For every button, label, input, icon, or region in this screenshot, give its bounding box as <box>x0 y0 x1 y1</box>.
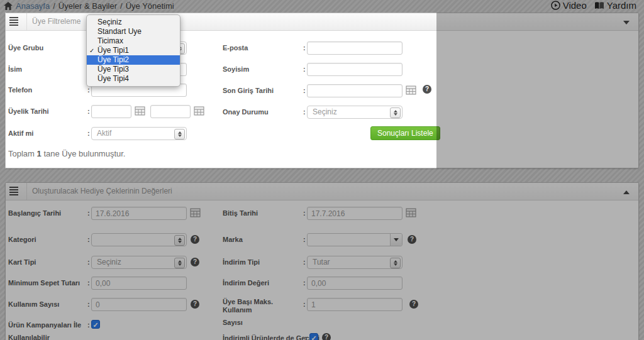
help-icon[interactable]: ? <box>191 300 199 309</box>
colon: : <box>303 209 306 217</box>
collapse-panel-icon[interactable] <box>623 190 630 194</box>
list-results-button[interactable]: Sonuçları Listele <box>370 126 440 140</box>
last-login-date-input[interactable] <box>307 84 402 97</box>
discounted-products-checkbox[interactable]: ✓ <box>309 333 318 340</box>
gift-voucher-panel: Oluşturulacak Hediye Çeklerinin Değerler… <box>5 182 639 340</box>
collapse-panel-icon[interactable] <box>623 21 630 25</box>
field-label: Bitiş Tarihi <box>223 209 258 217</box>
calendar-icon[interactable] <box>194 106 204 116</box>
last-name-input[interactable] <box>307 63 402 76</box>
dropdown-option[interactable]: Seçiniz <box>87 18 180 27</box>
discount-type-select[interactable]: Tutar <box>307 256 402 269</box>
help-icon[interactable]: ? <box>191 235 199 244</box>
book-icon <box>594 1 604 10</box>
summary-suffix: tane Üye bulunmuştur. <box>43 149 125 158</box>
select-value: Aktif <box>97 129 111 138</box>
field-label: Marka <box>223 236 243 244</box>
colon: : <box>303 108 306 116</box>
member-group-dropdown: Seçiniz Standart Uye Ticimax ✓ Üye Tipi1… <box>86 14 180 87</box>
colon: : <box>87 258 90 266</box>
colon: : <box>303 236 306 243</box>
colon: : <box>87 107 90 115</box>
dropdown-option-highlighted[interactable]: Üye Tipi2 <box>87 55 180 65</box>
home-icon[interactable] <box>4 2 13 10</box>
dropdown-option-checked[interactable]: ✓ Üye Tipi1 <box>87 46 180 55</box>
colon: : <box>304 334 307 340</box>
help-icon[interactable]: ? <box>408 235 416 244</box>
active-select[interactable]: Aktif <box>91 127 187 140</box>
result-summary: Toplam 1 tane Üye bulunmuştur. <box>8 149 125 158</box>
colon: : <box>87 209 90 217</box>
help-button[interactable]: Yardım <box>594 0 636 11</box>
panel-menu-button[interactable] <box>6 183 27 200</box>
category-select[interactable] <box>91 233 187 246</box>
field-label: Kullanım Sayısı <box>8 300 59 309</box>
field-label: Minimum Sepet Tutarı <box>8 279 80 287</box>
breadcrumb: Anasayfa / Üyeler & Bayiler / Üye Yöneti… <box>4 1 174 11</box>
stepper-icon <box>390 258 401 268</box>
dropdown-option[interactable]: Standart Uye <box>87 27 180 36</box>
field-label: Kategori <box>8 236 36 244</box>
membership-date-from-input[interactable] <box>91 105 131 118</box>
calendar-icon[interactable] <box>406 208 416 217</box>
field-label: İsim <box>8 65 22 74</box>
colon: : <box>303 279 306 287</box>
field-label: Soyisim <box>223 65 249 74</box>
stepper-icon <box>174 235 185 246</box>
checkmark-icon: ✓ <box>89 46 94 55</box>
dropdown-option[interactable]: Ticimax <box>87 36 180 46</box>
field-label: Ürün Kampanyaları İle Kullanılabilir <box>8 321 90 340</box>
breadcrumb-separator: / <box>53 1 55 11</box>
start-date-input[interactable] <box>91 207 187 220</box>
calendar-icon[interactable] <box>406 85 416 95</box>
select-value: Tutar <box>313 258 330 266</box>
help-icon[interactable]: ? <box>423 85 431 94</box>
summary-prefix: Toplam <box>8 149 35 158</box>
breadcrumb-separator: / <box>120 1 123 11</box>
card-type-select[interactable]: Seçiniz <box>91 256 187 269</box>
gift-voucher-panel-header: Oluşturulacak Hediye Çeklerinin Değerler… <box>6 183 638 200</box>
colon: : <box>87 321 90 329</box>
brand-combobox[interactable] <box>307 233 402 246</box>
breadcrumb-home-link[interactable]: Anasayfa <box>16 1 50 11</box>
play-circle-icon <box>551 1 560 10</box>
calendar-icon[interactable] <box>135 106 145 116</box>
video-button[interactable]: Video <box>551 0 587 11</box>
membership-date-to-input[interactable] <box>150 105 191 118</box>
max-usage-per-member-input[interactable] <box>307 298 402 311</box>
colon: : <box>87 236 90 243</box>
help-icon[interactable]: ? <box>322 333 331 340</box>
colon: : <box>303 44 306 52</box>
product-campaigns-checkbox[interactable]: ✓ <box>91 320 100 329</box>
field-label: Kart Tipi <box>8 258 36 266</box>
select-value: Seçiniz <box>97 258 121 266</box>
top-bar: Anasayfa / Üyeler & Bayiler / Üye Yöneti… <box>0 0 644 13</box>
min-cart-amount-input[interactable] <box>91 277 187 290</box>
dropdown-option[interactable]: Üye Tipi3 <box>87 65 180 74</box>
calendar-icon[interactable] <box>190 208 201 217</box>
field-label: Son Giriş Tarihi <box>223 87 274 95</box>
help-icon[interactable]: ? <box>409 300 418 309</box>
stepper-icon <box>174 129 185 140</box>
usage-count-input[interactable] <box>91 298 187 311</box>
colon: : <box>303 258 306 266</box>
breadcrumb-section[interactable]: Üyeler & Bayiler <box>58 1 117 11</box>
dropdown-option[interactable]: Üye Tipi4 <box>87 74 180 84</box>
approval-status-select[interactable]: Seçiniz <box>307 106 402 119</box>
stepper-icon <box>390 107 401 118</box>
hamburger-icon <box>9 17 18 26</box>
dropdown-arrow-icon <box>390 234 402 246</box>
email-input[interactable] <box>307 41 402 55</box>
end-date-input[interactable] <box>307 207 402 220</box>
help-icon[interactable]: ? <box>191 258 199 266</box>
colon: : <box>87 300 90 308</box>
help-label: Yardım <box>607 0 636 11</box>
summary-count: 1 <box>37 149 42 158</box>
colon: : <box>303 87 306 94</box>
discount-value-input[interactable] <box>307 277 402 290</box>
select-value: Seçiniz <box>313 107 337 116</box>
colon: : <box>87 129 90 137</box>
field-label: İndirim Tipi <box>223 258 260 266</box>
panel-menu-button[interactable] <box>6 13 27 30</box>
colon: : <box>87 279 90 287</box>
